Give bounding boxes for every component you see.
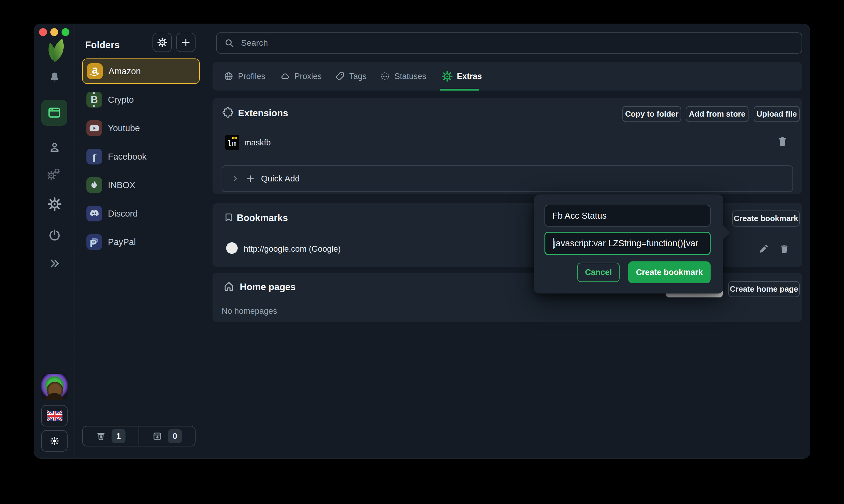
collapse-chevrons-icon (48, 257, 61, 270)
app-logo (45, 36, 67, 63)
plus-icon (246, 174, 255, 183)
tab-proxies[interactable]: Proxies (280, 62, 322, 91)
folder-item-facebook[interactable]: f Facebook (82, 144, 200, 169)
folder-item-inbox[interactable]: INBOX (82, 172, 200, 198)
archive-count-badge: 0 (168, 429, 182, 443)
uk-flag-icon (47, 410, 63, 421)
folder-label: Amazon (108, 66, 141, 76)
create-bookmark-button[interactable]: Create bookmark (732, 211, 800, 227)
notifications-bell-button[interactable] (49, 71, 60, 83)
create-bookmark-popup: Fb Acc Status javascript:var LZString=fu… (534, 195, 723, 293)
traffic-zoom-button[interactable] (62, 28, 69, 36)
archived-folders-button[interactable]: 0 (139, 427, 195, 446)
bookmark-url: http://google.com (Google) (244, 245, 341, 254)
add-from-store-button[interactable]: Add from store (686, 106, 748, 122)
user-avatar[interactable] (41, 374, 68, 400)
active-tab-underline (440, 89, 479, 91)
youtube-icon (86, 120, 102, 136)
folder-label: Discord (108, 209, 138, 219)
upload-file-button[interactable]: Upload file (754, 106, 800, 122)
bookmark-name-value: Fb Acc Status (552, 211, 607, 221)
text-caret (553, 238, 554, 249)
folder-item-youtube[interactable]: Youtube (82, 115, 200, 141)
search-input[interactable] (241, 38, 794, 48)
rail-collapse-button[interactable] (48, 257, 61, 270)
tab-statuses[interactable]: Statuses (380, 62, 426, 91)
folder-label: Facebook (108, 152, 147, 162)
maskfb-ruler-glyph (232, 137, 237, 139)
person-icon (48, 141, 61, 154)
copy-to-folder-button[interactable]: Copy to folder (622, 106, 681, 122)
extensions-section: Extensions Copy to folder Add from store… (212, 98, 802, 194)
folder-counters: 1 0 (82, 426, 195, 447)
folder-item-amazon[interactable]: a Amazon (82, 58, 200, 84)
folder-item-crypto[interactable]: B Crypto (82, 87, 200, 112)
facebook-icon: f (86, 149, 102, 164)
maskfb-glyph-text: lm (227, 140, 237, 148)
trash-icon (96, 431, 106, 441)
folder-item-paypal[interactable]: P P PayPal (82, 229, 200, 255)
home-pages-title: Home pages (240, 282, 296, 293)
settings-gear-icon (48, 197, 62, 211)
rail-panel-divider (74, 24, 75, 458)
tab-label: Tags (349, 72, 366, 81)
delete-extension-button[interactable] (777, 136, 788, 147)
bookmarks-title: Bookmarks (237, 213, 288, 223)
cancel-button[interactable]: Cancel (577, 263, 620, 282)
extension-name: maskfb (244, 138, 271, 147)
folders-title: Folders (85, 40, 120, 51)
tab-label: Proxies (294, 72, 322, 81)
tag-icon (335, 71, 345, 82)
search-icon (224, 38, 234, 48)
rail-item-account[interactable] (48, 141, 61, 154)
rail-item-settings[interactable] (48, 197, 62, 211)
left-rail (34, 24, 74, 458)
plus-icon (181, 37, 191, 48)
bookmark-name-input[interactable]: Fb Acc Status (545, 205, 711, 227)
tab-extras[interactable]: Extras (442, 62, 482, 91)
edit-bookmark-button[interactable] (758, 244, 769, 254)
popup-create-bookmark-button[interactable]: Create bookmark (628, 262, 711, 283)
bitcoin-icon: B (86, 92, 102, 108)
bookmark-icon (223, 212, 234, 222)
quick-add-row[interactable]: Quick Add (222, 165, 793, 192)
folder-item-discord[interactable]: Discord (82, 201, 200, 226)
paypal-icon: P P (86, 234, 102, 250)
delete-bookmark-button[interactable] (779, 244, 790, 254)
archive-icon (152, 431, 162, 441)
maskfb-icon: lm (225, 135, 239, 150)
rail-item-browser-profiles[interactable] (41, 100, 67, 126)
folders-settings-button[interactable] (153, 33, 172, 52)
tab-profiles[interactable]: Profiles (223, 62, 265, 91)
folder-label: INBOX (108, 180, 135, 190)
amazon-icon: a (87, 63, 103, 79)
discord-icon (86, 206, 102, 221)
traffic-minimize-button[interactable] (50, 28, 58, 36)
folder-label: Youtube (108, 123, 140, 133)
rail-item-power[interactable] (48, 229, 61, 242)
language-flag-button[interactable] (41, 405, 68, 427)
folder-label: Crypto (108, 95, 134, 105)
theme-toggle-button[interactable] (41, 430, 68, 452)
trash-folders-button[interactable]: 1 (83, 427, 139, 446)
extensions-divider (217, 158, 798, 158)
tab-label: Extras (457, 72, 482, 81)
browser-windows-icon (47, 106, 61, 120)
cloud-icon (280, 71, 290, 82)
rail-item-automation[interactable] (48, 169, 62, 183)
bookmark-url-input[interactable]: javascript:var LZString=function(){var (545, 232, 711, 255)
theme-sun-icon (49, 436, 60, 446)
traffic-close-button[interactable] (39, 28, 47, 36)
globe-icon (223, 71, 234, 82)
gear-icon (157, 38, 167, 47)
create-home-page-button[interactable]: Create home page (728, 281, 800, 297)
tab-bar: Profiles Proxies Tags Statuses Ex (212, 62, 802, 91)
search-bar[interactable] (216, 32, 802, 54)
add-folder-button[interactable] (176, 33, 195, 52)
bookmark-favicon (226, 242, 238, 254)
trash-count-badge: 1 (111, 429, 125, 443)
power-icon (48, 229, 61, 242)
status-dots-icon (380, 71, 390, 82)
chevron-right-icon (231, 175, 239, 183)
tab-tags[interactable]: Tags (335, 62, 366, 91)
